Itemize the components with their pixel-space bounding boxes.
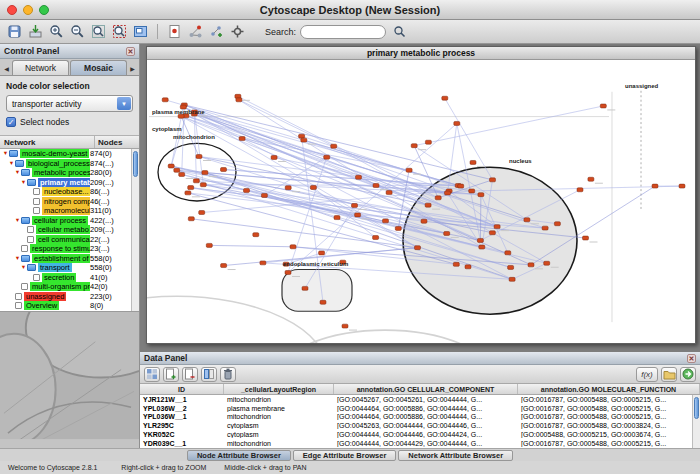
network-node[interactable] — [285, 186, 291, 190]
network-node[interactable] — [324, 155, 330, 159]
network-node[interactable] — [299, 134, 305, 138]
network-node[interactable] — [202, 171, 208, 175]
cell-region[interactable]: mitochondrion — [224, 396, 334, 403]
network-node[interactable] — [285, 271, 291, 275]
network-node[interactable] — [489, 231, 495, 235]
tree-row[interactable]: ▼primary metab209(...) — [0, 178, 139, 188]
cell-region[interactable]: mitochondrion — [224, 440, 334, 447]
minimize-window-button[interactable] — [23, 5, 33, 15]
network-node[interactable] — [494, 225, 500, 229]
table-row[interactable]: YLR295Ccytoplasm[GO:0045263, GO:0044444,… — [140, 421, 700, 430]
column-header-molecular-function[interactable]: annotation.GO MOLECULAR_FUNCTION — [518, 384, 700, 394]
network-node[interactable] — [435, 196, 441, 200]
network-node[interactable] — [356, 175, 362, 179]
annotation-button[interactable] — [165, 22, 184, 41]
create-attribute-button[interactable] — [163, 367, 179, 382]
tab-scroll-right-icon[interactable]: ▶ — [127, 61, 138, 75]
tree-row[interactable]: nucleobase...86(...) — [0, 187, 139, 197]
tab-network-attribute-browser[interactable]: Network Attribute Browser — [398, 450, 513, 461]
tree-row[interactable]: response to stimul23(...) — [0, 244, 139, 254]
table-row[interactable]: YJR121W__1mitochondrion[GO:0045267, GO:0… — [140, 395, 700, 404]
tree-row[interactable]: ▼metabolic process280(0) — [0, 168, 139, 178]
network-node[interactable] — [334, 216, 340, 220]
network-node[interactable] — [421, 219, 427, 223]
network-node[interactable] — [479, 245, 485, 249]
network-node[interactable] — [200, 183, 206, 187]
new-network-button[interactable] — [207, 22, 226, 41]
network-node[interactable] — [600, 104, 606, 108]
tree-column-network[interactable]: Network — [0, 136, 95, 148]
network-node[interactable] — [490, 178, 496, 182]
network-node[interactable] — [425, 140, 431, 144]
network-node[interactable] — [319, 251, 325, 255]
cell-molecular-function[interactable]: [GO:0016787, GO:0005488, GO:0003824, G..… — [518, 422, 700, 429]
cell-cellular-component[interactable]: [GO:0044444, GO:0044446, GO:0044424, G..… — [334, 431, 518, 438]
network-node[interactable] — [162, 98, 168, 102]
import-attributes-button[interactable] — [661, 367, 677, 382]
search-input[interactable] — [300, 25, 386, 39]
expand-arrow-icon[interactable]: ▼ — [14, 254, 21, 263]
zoom-out-button[interactable] — [68, 22, 87, 41]
column-header-cellular-component[interactable]: annotation.GO CELLULAR_COMPONENT — [334, 384, 518, 394]
network-node[interactable] — [679, 184, 685, 188]
network-node[interactable] — [411, 144, 417, 148]
tree-row[interactable]: secretion41(0) — [0, 273, 139, 283]
cell-region[interactable]: mitochondrion — [224, 413, 334, 420]
delete-attribute-button[interactable] — [182, 367, 198, 382]
cell-cellular-component[interactable]: [GO:0044464, GO:0005886, GO:0044444, G..… — [334, 405, 518, 412]
network-node[interactable] — [442, 96, 448, 100]
table-row[interactable]: YPL036W__1mitochondrion[GO:0044464, GO:0… — [140, 413, 700, 422]
network-node[interactable] — [302, 286, 308, 290]
network-node[interactable] — [406, 168, 412, 172]
network-svg[interactable]: plasma membrane cytoplasm mitochondrion … — [147, 60, 695, 343]
tree-row[interactable]: ▼mosaic-demo-yeast874(0) — [0, 149, 139, 159]
tree-row[interactable]: nitrogen compo46(...) — [0, 197, 139, 207]
network-node[interactable] — [221, 168, 227, 172]
network-node[interactable] — [454, 121, 460, 125]
birdseye-view-button[interactable] — [131, 22, 150, 41]
network-node[interactable] — [320, 300, 326, 304]
control-panel-close-icon[interactable]: ✕ — [126, 47, 135, 56]
network-node[interactable] — [271, 156, 277, 160]
network-node[interactable] — [583, 236, 589, 240]
tab-network[interactable]: Network — [12, 60, 69, 75]
network-settings-button[interactable] — [228, 22, 247, 41]
select-nodes-checkbox[interactable] — [6, 117, 16, 127]
network-node[interactable] — [415, 246, 421, 250]
cell-id[interactable]: YJR121W__1 — [140, 396, 224, 403]
expand-arrow-icon[interactable]: ▼ — [14, 168, 21, 177]
network-node[interactable] — [188, 217, 194, 221]
network-node[interactable] — [301, 138, 307, 142]
network-node[interactable] — [395, 226, 401, 230]
maximize-window-button[interactable] — [39, 5, 49, 15]
network-node[interactable] — [458, 184, 464, 188]
tree-scrollbar[interactable] — [131, 149, 139, 311]
network-node[interactable] — [290, 245, 296, 249]
network-node[interactable] — [544, 261, 550, 265]
cell-cellular-component[interactable]: [GO:0044464, GO:0005886, GO:0044444, G..… — [334, 413, 518, 420]
network-node[interactable] — [199, 211, 205, 215]
network-node[interactable] — [478, 193, 484, 197]
network-node[interactable] — [509, 277, 515, 281]
close-window-button[interactable] — [7, 5, 17, 15]
network-node[interactable] — [425, 203, 431, 207]
table-row[interactable]: YDR039C__1mitochondrion[GO:0044444, GO:0… — [140, 439, 700, 448]
cell-molecular-function[interactable]: [GO:0016787, GO:0005488, GO:0005215, G..… — [518, 413, 700, 420]
tree-scrollbar-thumb[interactable] — [133, 151, 138, 177]
network-node[interactable] — [373, 184, 379, 188]
network-node[interactable] — [352, 203, 358, 207]
trash-button[interactable] — [220, 367, 236, 382]
cell-cellular-component[interactable]: [GO:0045263, GO:0044444, GO:0044446, G..… — [334, 422, 518, 429]
network-canvas[interactable]: plasma membrane cytoplasm mitochondrion … — [147, 60, 695, 343]
network-node[interactable] — [465, 265, 471, 269]
network-node[interactable] — [470, 160, 476, 164]
network-node[interactable] — [253, 233, 259, 237]
network-node[interactable] — [193, 179, 199, 183]
column-header-region[interactable]: _cellularLayoutRegion — [224, 384, 334, 394]
tree-row[interactable]: ▼cellular process422(...) — [0, 216, 139, 226]
network-node[interactable] — [236, 98, 242, 102]
network-node[interactable] — [505, 251, 511, 255]
cell-molecular-function[interactable]: [GO:0005488, GO:0005215, GO:0003674, G..… — [518, 431, 700, 438]
tree-row[interactable]: ▼biological_process874(...) — [0, 159, 139, 169]
formula-builder-button[interactable]: f(x) — [636, 367, 658, 382]
